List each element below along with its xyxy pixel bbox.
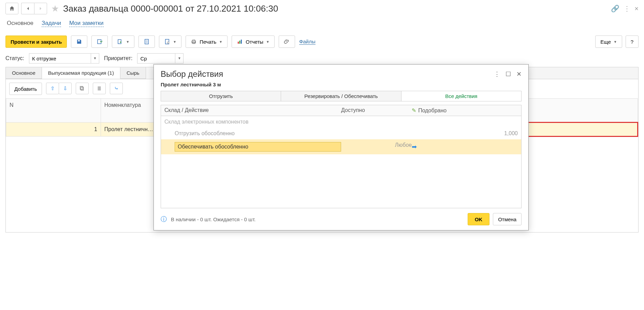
- print-label: Печать: [200, 39, 216, 45]
- chart-icon: [237, 39, 243, 45]
- ok-button[interactable]: OK: [468, 213, 490, 225]
- chevron-down-icon: ▼: [126, 40, 129, 44]
- kebab-menu-icon[interactable]: ⋮: [624, 4, 630, 13]
- mth-warehouse: Склад / Действие: [164, 107, 341, 114]
- modal-tab-reserve[interactable]: Резервировать / Обеспечивать: [281, 91, 401, 101]
- chevron-down-icon: ▼: [219, 40, 222, 44]
- print-button[interactable]: Печать ▼: [186, 36, 228, 48]
- priority-input[interactable]: [137, 54, 175, 63]
- page-title: Заказ давальца 0000-000001 от 27.10.2021…: [63, 3, 278, 14]
- status-label: Статус:: [5, 55, 24, 61]
- doc-gear-icon: [164, 39, 170, 45]
- modal-row-ship[interactable]: Отгрузить обособленно 1,000: [161, 128, 521, 139]
- arrow-right-icon: [38, 5, 44, 12]
- modal-group-row: Склад электронных компонентов: [161, 116, 521, 128]
- priority-combo[interactable]: ▼: [137, 53, 184, 64]
- info-icon: ⓘ: [161, 215, 167, 223]
- cell-n: 1: [6, 123, 101, 137]
- chevron-down-icon[interactable]: ▼: [175, 54, 183, 63]
- svg-rect-15: [80, 86, 83, 89]
- back-button[interactable]: [21, 3, 34, 14]
- move-down-button[interactable]: ⇩: [59, 83, 72, 94]
- cancel-button[interactable]: Отмена: [493, 213, 522, 225]
- maximize-icon[interactable]: ☐: [506, 70, 511, 78]
- save-icon: [76, 39, 82, 45]
- kebab-menu-icon[interactable]: ⋮: [494, 70, 500, 78]
- pencil-icon: ✎: [412, 107, 416, 114]
- modal-footer-text: В наличии - 0 шт. Ожидается - 0 шт.: [171, 216, 256, 222]
- move-up-button[interactable]: ⇧: [46, 83, 59, 94]
- mth-picked: ✎ Подобрано: [412, 107, 518, 114]
- attach-button[interactable]: [279, 36, 295, 48]
- chevron-down-icon: ▼: [266, 40, 269, 44]
- modal-tab-ship[interactable]: Отгрузить: [161, 91, 281, 101]
- copy-icon: [79, 85, 85, 91]
- priority-label: Приоритет:: [104, 55, 132, 61]
- svg-rect-1: [118, 40, 121, 44]
- save-button[interactable]: [71, 36, 87, 48]
- nav-tasks[interactable]: Задачи: [42, 20, 61, 27]
- paste-button[interactable]: [93, 83, 106, 94]
- arrow-left-icon: [25, 5, 31, 12]
- printer-icon: [191, 39, 197, 45]
- post-icon: [97, 39, 103, 45]
- svg-rect-11: [238, 42, 239, 44]
- more-button[interactable]: Еще ▼: [595, 36, 622, 48]
- document-arrow-icon: [117, 39, 123, 45]
- svg-rect-16: [98, 86, 101, 90]
- chevron-down-icon: ▼: [614, 40, 617, 44]
- tree-button[interactable]: ⤷: [110, 83, 123, 94]
- action-modal: Выбор действия ⋮ ☐ ✕ Пролет лестничный 3…: [153, 64, 529, 230]
- post-and-close-button[interactable]: Провести и закрыть: [5, 36, 67, 48]
- svg-rect-13: [241, 40, 242, 44]
- based-on-button[interactable]: ▼: [112, 36, 134, 48]
- svg-rect-8: [192, 41, 196, 43]
- post-button[interactable]: [91, 36, 108, 48]
- doc-button-2[interactable]: ▼: [159, 36, 181, 48]
- reports-button[interactable]: Отчеты ▼: [232, 36, 275, 48]
- arrow-right-icon[interactable]: ➡: [412, 143, 417, 151]
- nav-notes[interactable]: Мои заметки: [69, 20, 104, 27]
- more-label: Еще: [600, 39, 611, 45]
- favorite-icon[interactable]: ★: [51, 3, 59, 14]
- reports-label: Отчеты: [246, 39, 263, 45]
- modal-tab-all[interactable]: Все действия: [401, 91, 521, 101]
- svg-point-7: [167, 42, 169, 44]
- add-button[interactable]: Добавить: [9, 83, 42, 95]
- nav-main[interactable]: Основное: [7, 20, 33, 27]
- help-button[interactable]: ?: [626, 36, 639, 48]
- chevron-down-icon[interactable]: ▼: [91, 54, 99, 63]
- modal-title: Выбор действия: [161, 69, 223, 79]
- forward-button[interactable]: [34, 3, 47, 14]
- modal-subtitle: Пролет лестничный 3 м: [154, 81, 528, 91]
- close-icon[interactable]: ×: [634, 5, 639, 13]
- svg-rect-14: [81, 87, 84, 90]
- status-input[interactable]: [29, 54, 91, 63]
- link-icon[interactable]: 🔗: [611, 4, 619, 13]
- home-icon: [9, 5, 15, 12]
- document-icon: [144, 39, 150, 45]
- paste-icon: [96, 85, 102, 91]
- paperclip-icon: [284, 39, 290, 45]
- copy-button[interactable]: [76, 83, 89, 94]
- status-combo[interactable]: ▼: [29, 53, 99, 64]
- tab-products[interactable]: Выпускаемая продукция (1): [42, 67, 120, 79]
- close-icon[interactable]: ✕: [516, 70, 522, 78]
- home-button[interactable]: [5, 3, 18, 14]
- doc-button-1[interactable]: [138, 36, 155, 48]
- tab-main[interactable]: Основное: [6, 67, 42, 79]
- chevron-down-icon: ▼: [173, 40, 176, 44]
- tab-materials[interactable]: Сырь: [120, 67, 146, 79]
- files-link[interactable]: Файлы: [299, 39, 316, 45]
- svg-rect-12: [239, 41, 240, 44]
- mth-available: Доступно: [341, 107, 412, 114]
- th-n: N: [6, 99, 101, 123]
- modal-row-selected[interactable]: Обеспечивать обособленно Любое ➡: [161, 139, 521, 154]
